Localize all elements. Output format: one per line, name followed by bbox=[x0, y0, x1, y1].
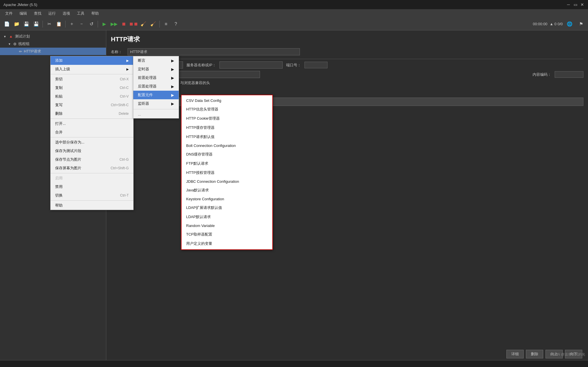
toolbar-run2[interactable]: ▶▶ bbox=[109, 20, 119, 29]
config-csv[interactable]: CSV Data Set Config bbox=[182, 96, 272, 105]
submenu-dots[interactable]: ... bbox=[133, 110, 179, 118]
separator-2 bbox=[65, 21, 65, 28]
ctx-insert-arrow: ▶ bbox=[126, 67, 129, 71]
config-user-vars[interactable]: 用户定义的变量 bbox=[182, 239, 272, 248]
port-label: 端口号： bbox=[286, 63, 301, 68]
ctx-merge[interactable]: 合并 bbox=[51, 128, 133, 137]
toolbar-remove[interactable]: － bbox=[77, 20, 86, 29]
submenu-post-processor[interactable]: 后置处理器 ▶ bbox=[133, 82, 179, 91]
toolbar-list[interactable]: ≡ bbox=[161, 20, 171, 29]
submenu-listener[interactable]: 监听器 ▶ bbox=[133, 99, 179, 108]
ctx-cut[interactable]: 剪切 Ctrl-X bbox=[51, 75, 133, 84]
menu-help[interactable]: 帮助 bbox=[88, 10, 102, 17]
ctx-delete[interactable]: 删除 Delete bbox=[51, 109, 133, 118]
assertion-arrow: ▶ bbox=[171, 59, 174, 63]
server-input[interactable] bbox=[219, 61, 283, 69]
ctx-add-arrow: ▶ bbox=[126, 59, 129, 63]
toolbar-stop2[interactable]: ⏹⏹ bbox=[129, 20, 138, 29]
ctx-toggle[interactable]: 切换 Ctrl-T bbox=[51, 191, 133, 200]
ctx-save-node-img[interactable]: 保存节点为图片 Ctrl-G bbox=[51, 155, 133, 164]
ctx-dup-shortcut: Ctrl+Shift-C bbox=[111, 103, 129, 107]
bolt-label: Bolt Connection Configuration bbox=[186, 143, 236, 148]
detail-button[interactable]: 详细 bbox=[506, 350, 524, 358]
ctx-save-fragment[interactable]: 保存为测试片段 bbox=[51, 147, 133, 155]
ctx-add[interactable]: 添加 ▶ bbox=[51, 56, 133, 65]
config-http-defaults[interactable]: HTTP请求默认值 bbox=[182, 132, 272, 141]
menu-run[interactable]: 运行 bbox=[45, 10, 59, 17]
toolbar-clear2[interactable]: 🧹 bbox=[149, 20, 158, 29]
submenu-assertion[interactable]: 断言 ▶ bbox=[133, 56, 179, 65]
config-http-auth[interactable]: HTTP授权管理器 bbox=[182, 168, 272, 177]
ctx-insert-parent[interactable]: 插入上级 ▶ bbox=[51, 65, 133, 73]
config-dns[interactable]: DNS缓存管理器 bbox=[182, 150, 272, 159]
toolbar-undo[interactable]: ↺ bbox=[87, 20, 96, 29]
submenu-pre-processor[interactable]: 前置处理器 ▶ bbox=[133, 73, 179, 82]
toolbar-add[interactable]: ＋ bbox=[67, 20, 76, 29]
restore-button[interactable]: ▭ bbox=[573, 2, 578, 7]
title-bar: Apache JMeter (5.5) ─ ▭ ✕ bbox=[0, 0, 588, 9]
ctx-copy[interactable]: 复制 Ctrl-C bbox=[51, 84, 133, 92]
tree-label-http: HTTP请求 bbox=[24, 49, 41, 54]
menu-tools[interactable]: 工具 bbox=[74, 10, 87, 17]
http-cookie-label: HTTP Cookie管理器 bbox=[186, 116, 220, 121]
ctx-help[interactable]: 帮助 bbox=[51, 201, 133, 210]
menu-find[interactable]: 查找 bbox=[31, 10, 44, 17]
tree-label-thread: 线程组 bbox=[18, 41, 30, 46]
toolbar-flag[interactable]: ⚑ bbox=[577, 20, 586, 29]
path-input[interactable] bbox=[174, 71, 260, 78]
toolbar-clear[interactable]: 🧹 bbox=[139, 20, 148, 29]
toolbar-cut[interactable]: ✂ bbox=[45, 20, 54, 29]
tree-item-thread-group[interactable]: ▼ ⚙ 线程组 bbox=[0, 40, 106, 48]
config-http-cache[interactable]: HTTP缓存管理器 bbox=[182, 123, 272, 132]
toolbar-copy[interactable]: 📋 bbox=[54, 20, 63, 29]
toolbar-help[interactable]: ? bbox=[171, 20, 180, 29]
config-random-var[interactable]: Random Variable bbox=[182, 222, 272, 230]
config-keystore[interactable]: Keystore Configuration bbox=[182, 195, 272, 203]
config-bolt[interactable]: Bolt Connection Configuration bbox=[182, 141, 272, 150]
config-ftp[interactable]: FTP默认请求 bbox=[182, 159, 272, 168]
config-http-header[interactable]: HTTP信息头管理器 bbox=[182, 105, 272, 114]
separator-3 bbox=[98, 21, 98, 28]
ctx-open[interactable]: 打开... bbox=[51, 119, 133, 128]
ctx-save-selection[interactable]: 选中部分保存为... bbox=[51, 138, 133, 147]
ctx-disable[interactable]: 禁用 bbox=[51, 182, 133, 191]
tcp-label: TCP取样器配置 bbox=[186, 232, 212, 236]
ctx-toggle-shortcut: Ctrl-T bbox=[120, 193, 129, 197]
toolbar-run[interactable]: ▶ bbox=[100, 20, 109, 29]
name-input[interactable] bbox=[128, 48, 300, 55]
submenu-timer[interactable]: 定时器 ▶ bbox=[133, 65, 179, 73]
config-tcp[interactable]: TCP取样器配置 bbox=[182, 230, 272, 239]
tree-item-http[interactable]: ✏ HTTP请求 bbox=[0, 48, 106, 55]
ctx-duplicate[interactable]: 复写 Ctrl+Shift-C bbox=[51, 101, 133, 109]
listener-arrow: ▶ bbox=[171, 102, 174, 106]
config-java-defaults[interactable]: Java默认请求 bbox=[182, 186, 272, 195]
content-encoding-input[interactable] bbox=[555, 71, 583, 78]
tree-item-test-plan[interactable]: ▼ 🔺 测试计划 bbox=[0, 33, 106, 40]
close-button[interactable]: ✕ bbox=[580, 2, 585, 7]
delete-button[interactable]: 删除 bbox=[526, 350, 543, 358]
config-http-cookie[interactable]: HTTP Cookie管理器 bbox=[182, 114, 272, 123]
redirect-row: 跟随重定向 rt / form-data 与浏览器兼容的头 bbox=[111, 80, 583, 86]
ctx-savnode-shortcut: Ctrl-G bbox=[119, 158, 129, 162]
name-label: 名称： bbox=[111, 49, 125, 55]
toolbar-open[interactable]: 📁 bbox=[12, 20, 21, 29]
ctx-save-screen-img[interactable]: 保存屏幕为图片 Ctrl+Shift-G bbox=[51, 164, 133, 172]
menu-options[interactable]: 选项 bbox=[60, 10, 73, 17]
minimize-button[interactable]: ─ bbox=[566, 2, 571, 7]
menu-edit[interactable]: 编辑 bbox=[17, 10, 30, 17]
ctx-paste[interactable]: 粘贴 Ctrl-V bbox=[51, 92, 133, 101]
config-jdbc[interactable]: JDBC Connection Configuration bbox=[182, 177, 272, 186]
menu-file[interactable]: 文件 bbox=[2, 10, 16, 17]
toolbar-globe[interactable]: 🌐 bbox=[565, 20, 574, 29]
submenu-config-element[interactable]: 配置元件 ▶ bbox=[133, 91, 179, 99]
http-defaults-label: HTTP请求默认值 bbox=[186, 135, 215, 139]
toolbar-stop[interactable]: ⏹ bbox=[119, 20, 128, 29]
ctx-savnode-label: 保存节点为图片 bbox=[55, 157, 81, 162]
config-ldap-ext[interactable]: LDAP扩展请求默认值 bbox=[182, 203, 272, 212]
toolbar-save2[interactable]: 💾 bbox=[32, 20, 41, 29]
toolbar-save[interactable]: 💾 bbox=[22, 20, 31, 29]
config-ldap-defaults[interactable]: LDAP默认请求 bbox=[182, 212, 272, 222]
ctx-sep-2 bbox=[51, 119, 133, 119]
toolbar-new[interactable]: 📄 bbox=[2, 20, 11, 29]
port-input[interactable] bbox=[304, 62, 327, 68]
